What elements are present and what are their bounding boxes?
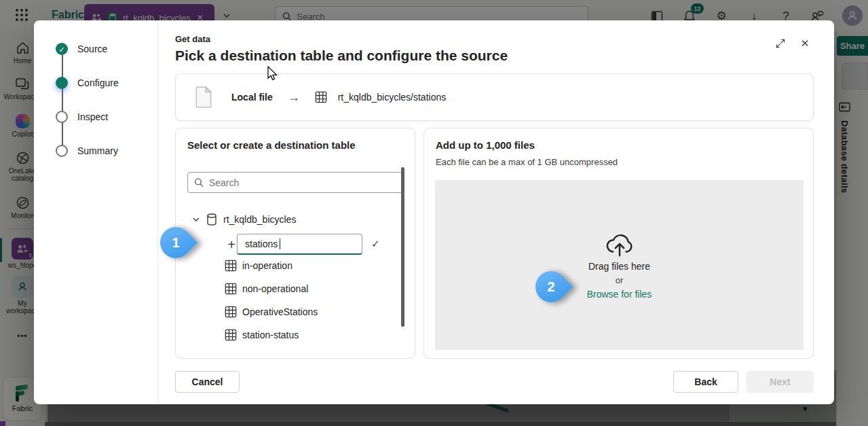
add-table-icon[interactable]: + — [225, 237, 238, 253]
tree-table-row[interactable]: in-operation — [225, 260, 293, 272]
close-dialog-icon[interactable]: ✕ — [798, 37, 812, 50]
step-summary[interactable]: Summary — [56, 144, 118, 158]
destination-path: rt_kqldb_bicycles/stations — [338, 92, 447, 103]
next-button[interactable]: Next — [747, 371, 814, 393]
step-todo-dot — [56, 145, 68, 157]
mouse-cursor — [265, 66, 279, 82]
database-name: rt_kqldb_bicycles — [223, 214, 296, 225]
tree-table-row[interactable]: OperativeStations — [225, 306, 318, 318]
step-configure[interactable]: Configure — [56, 76, 119, 90]
get-data-dialog: ✓ Source Configure Inspect Summary Get d… — [34, 20, 834, 404]
dialog-eyebrow: Get data — [175, 34, 210, 44]
or-label: or — [616, 275, 624, 285]
upload-cloud-icon — [603, 230, 637, 258]
table-icon — [225, 329, 237, 341]
search-icon — [194, 177, 204, 188]
tree-table-row[interactable]: station-status — [225, 329, 299, 341]
dialog-title: Pick a destination table and configure t… — [175, 48, 508, 64]
browse-for-files-link[interactable]: Browse for files — [587, 289, 652, 300]
step-source[interactable]: ✓ Source — [56, 42, 107, 56]
step-todo-dot — [56, 111, 68, 123]
destination-panel-title: Select or create a destination table — [187, 139, 356, 151]
step-done-icon: ✓ — [56, 43, 68, 55]
new-table-value: stations — [245, 238, 278, 249]
cancel-button[interactable]: Cancel — [175, 371, 240, 393]
upload-panel-subtitle: Each file can be a max of 1 GB uncompres… — [436, 157, 618, 167]
table-search[interactable] — [187, 172, 404, 193]
tree-database-row[interactable]: rt_kqldb_bicycles — [192, 213, 296, 226]
source-type-label: Local file — [231, 92, 273, 103]
file-icon — [195, 86, 212, 108]
tree-table-row[interactable]: non-operational — [225, 283, 308, 295]
new-table-input[interactable]: stations — [237, 234, 362, 255]
table-icon — [225, 283, 237, 295]
confirm-table-icon[interactable]: ✓ — [371, 238, 380, 250]
database-icon — [206, 213, 218, 226]
file-dropzone[interactable]: Drag files here or Browse for files — [435, 180, 804, 350]
text-caret — [280, 238, 280, 249]
screen: Fabric 1 rt_kqldb_bicycles ✕ 12 — [0, 0, 868, 426]
table-icon — [225, 260, 237, 272]
tree-scrollbar[interactable] — [401, 167, 404, 327]
table-icon — [315, 91, 327, 103]
destination-table-panel: Select or create a destination table rt_… — [175, 128, 415, 359]
back-button[interactable]: Back — [673, 371, 738, 393]
upload-files-panel: Add up to 1,000 files Each file can be a… — [423, 128, 814, 359]
arrow-right-icon: → — [288, 90, 300, 105]
chevron-down-icon[interactable] — [192, 217, 200, 222]
step-inspect[interactable]: Inspect — [56, 110, 108, 124]
expand-dialog-icon[interactable] — [774, 37, 787, 50]
table-search-input[interactable] — [209, 177, 397, 188]
steps-connector — [62, 49, 63, 151]
upload-panel-title: Add up to 1,000 files — [436, 139, 535, 151]
drag-files-label: Drag files here — [588, 261, 650, 272]
step-current-dot — [56, 77, 68, 89]
table-icon — [225, 306, 237, 318]
wizard-steps: ✓ Source Configure Inspect Summary — [34, 20, 158, 404]
